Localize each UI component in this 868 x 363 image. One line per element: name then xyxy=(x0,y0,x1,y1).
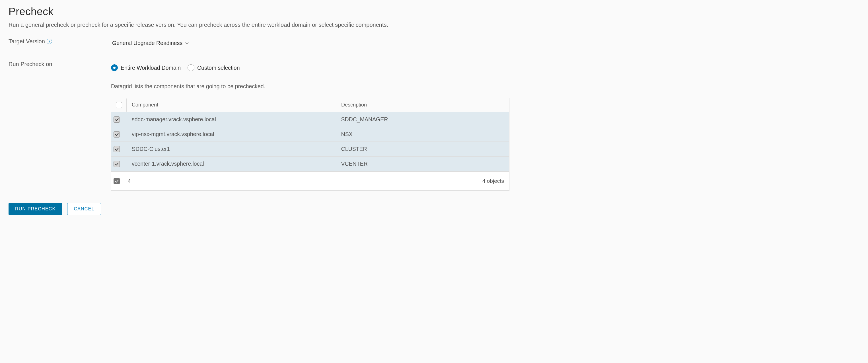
radio-label: Custom selection xyxy=(197,65,240,71)
column-header-component[interactable]: Component xyxy=(127,98,336,112)
check-icon xyxy=(115,148,119,151)
radio-entire-workload-domain[interactable]: Entire Workload Domain xyxy=(111,64,181,71)
row-checkbox[interactable] xyxy=(114,161,120,167)
table-row: vip-nsx-mgmt.vrack.vsphere.local NSX xyxy=(111,127,509,142)
row-checkbox[interactable] xyxy=(114,131,120,138)
target-version-select[interactable]: General Upgrade Readiness xyxy=(111,38,190,49)
total-objects: 4 objects xyxy=(483,178,504,184)
cancel-button[interactable]: CANCEL xyxy=(67,203,101,215)
table-row: SDDC-Cluster1 CLUSTER xyxy=(111,142,509,157)
run-precheck-button[interactable]: RUN PRECHECK xyxy=(8,203,62,215)
cell-description: CLUSTER xyxy=(336,142,509,156)
selection-indicator-checkbox[interactable] xyxy=(114,178,120,184)
table-row: sddc-manager.vrack.vsphere.local SDDC_MA… xyxy=(111,112,509,127)
page-description: Run a general precheck or precheck for a… xyxy=(8,22,860,28)
cell-component: vcenter-1.vrack.vsphere.local xyxy=(127,157,336,171)
components-datagrid: Component Description sddc-manager.vrack… xyxy=(111,98,509,191)
row-checkbox[interactable] xyxy=(114,146,120,152)
radio-label: Entire Workload Domain xyxy=(121,65,181,71)
run-precheck-on-label: Run Precheck on xyxy=(8,61,111,67)
radio-selected-icon xyxy=(111,64,118,71)
radio-unselected-icon xyxy=(188,64,194,71)
select-all-checkbox[interactable] xyxy=(116,102,122,108)
radio-custom-selection[interactable]: Custom selection xyxy=(188,64,240,71)
target-version-label: Target Version i xyxy=(8,38,111,45)
cell-component: sddc-manager.vrack.vsphere.local xyxy=(127,112,336,127)
target-version-label-text: Target Version xyxy=(8,38,45,45)
column-header-description[interactable]: Description xyxy=(336,98,509,112)
check-icon xyxy=(115,118,119,121)
row-checkbox[interactable] xyxy=(114,116,120,123)
cell-component: vip-nsx-mgmt.vrack.vsphere.local xyxy=(127,127,336,142)
page-title: Precheck xyxy=(8,6,860,18)
check-icon xyxy=(115,180,119,182)
check-icon xyxy=(115,133,119,136)
datagrid-footer: 4 4 objects xyxy=(111,172,509,190)
check-icon xyxy=(115,162,119,165)
chevron-down-icon xyxy=(185,42,189,44)
info-icon[interactable]: i xyxy=(47,39,52,44)
run-precheck-on-label-text: Run Precheck on xyxy=(8,61,52,67)
target-version-value: General Upgrade Readiness xyxy=(112,40,182,47)
cell-description: NSX xyxy=(336,127,509,142)
cell-component: SDDC-Cluster1 xyxy=(127,142,336,156)
cell-description: VCENTER xyxy=(336,157,509,171)
selected-count: 4 xyxy=(128,178,131,184)
cell-description: SDDC_MANAGER xyxy=(336,112,509,127)
datagrid-description: Datagrid lists the components that are g… xyxy=(111,83,860,90)
table-row: vcenter-1.vrack.vsphere.local VCENTER xyxy=(111,157,509,172)
datagrid-header: Component Description xyxy=(111,98,509,112)
